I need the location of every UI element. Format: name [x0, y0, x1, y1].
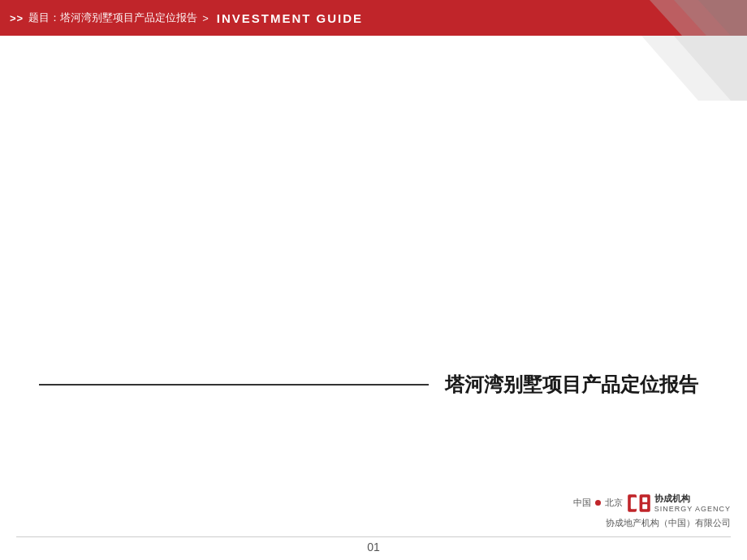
header-decoration [617, 0, 747, 36]
svg-rect-6 [630, 497, 636, 508]
company-name-en: SINERGY AGENCY [654, 505, 731, 513]
company-name-cn: 协成机构 [654, 493, 731, 505]
svg-rect-8 [642, 497, 647, 502]
breadcrumb-separator: > [202, 12, 209, 24]
title-divider-line [39, 384, 429, 386]
main-content: 塔河湾别墅项目产品定位报告 中国 北京 [0, 36, 747, 560]
company-top-row: 中国 北京 协成机构 SINERGY AGENCY [573, 493, 731, 513]
svg-marker-3 [641, 36, 747, 101]
breadcrumb-text: 题目：塔河湾别墅项目产品定位报告 [28, 11, 197, 25]
main-decoration [601, 36, 747, 101]
title-area: 塔河湾别墅项目产品定位报告 [0, 372, 747, 398]
svg-marker-0 [650, 0, 747, 36]
page-title: INVESTMENT GUIDE [217, 11, 363, 25]
svg-rect-9 [642, 504, 647, 509]
svg-marker-4 [674, 36, 747, 101]
main-title: 塔河湾别墅项目产品定位报告 [445, 372, 698, 398]
china-label: 中国 [573, 497, 591, 509]
company-info: 中国 北京 协成机构 SINERGY AGENCY [573, 493, 731, 529]
bottom-section: 中国 北京 协成机构 SINERGY AGENCY [0, 479, 747, 560]
beijing-label: 北京 [605, 497, 623, 509]
bottom-divider-line [16, 536, 731, 537]
svg-marker-2 [698, 0, 747, 36]
company-logo: 协成机构 SINERGY AGENCY [627, 493, 731, 513]
company-full-name: 协成地产机构（中国）有限公司 [606, 517, 731, 529]
svg-marker-1 [674, 0, 747, 36]
page-number: 01 [367, 541, 380, 554]
dot-separator [595, 500, 601, 506]
svg-rect-7 [639, 494, 650, 512]
header-arrows-icon: >> [10, 12, 24, 24]
header-bar: >> 题目：塔河湾别墅项目产品定位报告 > INVESTMENT GUIDE [0, 0, 747, 36]
